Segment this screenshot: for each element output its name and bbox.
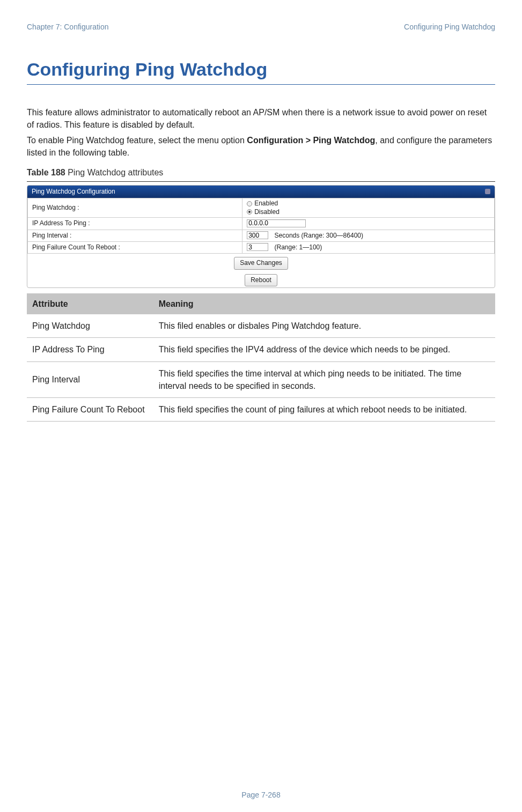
label-interval: Ping Interval : bbox=[28, 230, 242, 241]
cell-attr: Ping Watchdog bbox=[27, 314, 153, 338]
cell-attr: Ping Interval bbox=[27, 361, 153, 397]
config-panel: Ping Watchdog Configuration Ping Watchdo… bbox=[27, 185, 495, 289]
panel-header: Ping Watchdog Configuration bbox=[27, 186, 495, 198]
caption-rule bbox=[27, 181, 495, 182]
label-ip: IP Address To Ping : bbox=[28, 218, 242, 230]
interval-input[interactable] bbox=[247, 231, 268, 239]
row-ping-watchdog: Ping Watchdog : Enabled Disabled bbox=[28, 198, 495, 217]
ip-input[interactable] bbox=[247, 219, 306, 227]
caption-bold: Table 188 bbox=[27, 168, 65, 177]
th-attribute: Attribute bbox=[27, 293, 153, 314]
page-header: Chapter 7: Configuration Configuring Pin… bbox=[27, 21, 495, 32]
cell-meaning: This field specifies the count of ping f… bbox=[153, 398, 495, 422]
row-failure: Ping Failure Count To Reboot : (Range: 1… bbox=[28, 241, 495, 253]
row-interval: Ping Interval : Seconds (Range: 300—8640… bbox=[28, 230, 495, 241]
button-row-save: Save Changes bbox=[27, 254, 495, 270]
value-ping-watchdog: Enabled Disabled bbox=[242, 198, 495, 217]
button-row-reboot: Reboot bbox=[27, 271, 495, 287]
save-button[interactable]: Save Changes bbox=[234, 257, 288, 269]
cell-attr: Ping Failure Count To Reboot bbox=[27, 398, 153, 422]
cell-meaning: This field specifies the IPV4 address of… bbox=[153, 338, 495, 361]
radio-enabled[interactable]: Enabled bbox=[247, 200, 490, 208]
panel-corner-icon bbox=[485, 189, 490, 194]
panel-title: Ping Watchdog Configuration bbox=[32, 187, 115, 196]
value-interval: Seconds (Range: 300—86400) bbox=[242, 230, 495, 241]
cell-attr: IP Address To Ping bbox=[27, 338, 153, 361]
config-form-table: Ping Watchdog : Enabled Disabled IP Addr… bbox=[27, 198, 495, 254]
table-row: IP Address To Ping This field specifies … bbox=[27, 338, 495, 361]
value-failure: (Range: 1—100) bbox=[242, 241, 495, 253]
failure-suffix: (Range: 1—100) bbox=[275, 243, 322, 251]
th-meaning: Meaning bbox=[153, 293, 495, 314]
row-ip: IP Address To Ping : bbox=[28, 218, 495, 230]
label-ping-watchdog: Ping Watchdog : bbox=[28, 198, 242, 217]
cell-meaning: This field specifies the time interval a… bbox=[153, 361, 495, 397]
label-failure: Ping Failure Count To Reboot : bbox=[28, 241, 242, 253]
header-left: Chapter 7: Configuration bbox=[27, 21, 109, 32]
radio-disabled[interactable]: Disabled bbox=[247, 208, 490, 217]
p2-bold: Configuration > Ping Watchdog bbox=[247, 136, 375, 145]
reboot-button[interactable]: Reboot bbox=[245, 274, 277, 286]
cell-meaning: This filed enables or disbales Ping Watc… bbox=[153, 314, 495, 338]
caption-rest: Ping Watchdog attributes bbox=[65, 168, 164, 177]
attributes-table: Attribute Meaning Ping Watchdog This fil… bbox=[27, 293, 495, 422]
value-ip bbox=[242, 218, 495, 230]
table-caption: Table 188 Ping Watchdog attributes bbox=[27, 166, 495, 179]
failure-input[interactable] bbox=[247, 243, 268, 251]
radio-enabled-label: Enabled bbox=[254, 200, 278, 208]
table-header-row: Attribute Meaning bbox=[27, 293, 495, 314]
table-row: Ping Interval This field specifies the t… bbox=[27, 361, 495, 397]
table-row: Ping Watchdog This filed enables or disb… bbox=[27, 314, 495, 338]
p2-pre: To enable Ping Watchdog feature, select … bbox=[27, 136, 247, 145]
radio-icon bbox=[247, 209, 252, 215]
interval-suffix: Seconds (Range: 300—86400) bbox=[275, 232, 363, 239]
radio-disabled-label: Disabled bbox=[254, 208, 280, 217]
header-right: Configuring Ping Watchdog bbox=[404, 21, 495, 32]
page-title: Configuring Ping Watchdog bbox=[27, 56, 495, 84]
intro-paragraph-2: To enable Ping Watchdog feature, select … bbox=[27, 134, 495, 159]
table-row: Ping Failure Count To Reboot This field … bbox=[27, 398, 495, 422]
intro-paragraph-1: This feature allows administrator to aut… bbox=[27, 106, 495, 131]
radio-icon bbox=[247, 201, 252, 206]
